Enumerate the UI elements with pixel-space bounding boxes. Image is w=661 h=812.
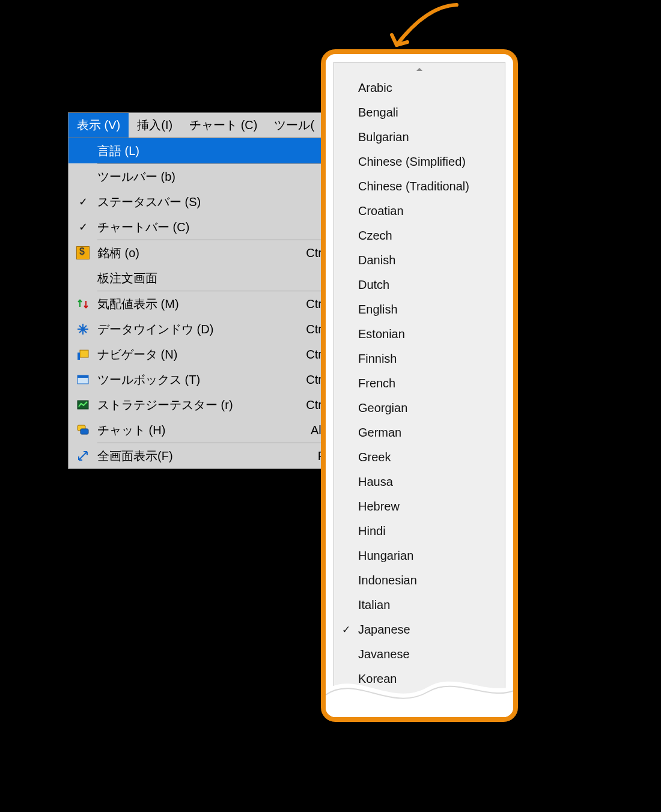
language-label: Estonian	[358, 327, 505, 341]
menu-item-label: ツールバー (b)	[97, 169, 332, 185]
checkmark-icon: ✓	[69, 220, 97, 234]
language-item[interactable]: Danish	[334, 248, 505, 273]
chat-icon	[69, 423, 97, 437]
fullscreen-icon	[69, 449, 97, 462]
dollar-icon	[69, 246, 97, 259]
language-label: Dutch	[358, 278, 505, 292]
menubar-label: チャート (C)	[189, 117, 257, 133]
svg-rect-0	[80, 350, 88, 357]
language-item[interactable]: Italian	[334, 593, 505, 617]
language-item[interactable]: Chinese (Traditional)	[334, 174, 505, 199]
menubar-item-chart[interactable]: チャート (C)	[181, 113, 266, 138]
toolbox-icon	[69, 373, 97, 386]
language-label: Indonesian	[358, 574, 505, 587]
language-label: Hindi	[358, 524, 505, 538]
language-label: Italian	[358, 598, 505, 612]
language-item[interactable]: German	[334, 420, 505, 445]
menubar: 表示 (V) 挿入(I) チャート (C) ツール(	[69, 113, 338, 138]
menu-item-label: チャートバー (C)	[97, 219, 332, 235]
menu-item-board-order[interactable]: 板注文画面	[69, 265, 338, 291]
language-item[interactable]: Indonesian	[334, 568, 505, 593]
menubar-label: 表示 (V)	[77, 117, 120, 133]
language-item[interactable]: French	[334, 371, 505, 396]
language-item[interactable]: Hebrew	[334, 494, 505, 519]
menu-item-label: 銘柄 (o)	[97, 245, 299, 261]
language-list: ArabicBengaliBulgarianChinese (Simplifie…	[334, 76, 505, 691]
menu-item-label: 気配値表示 (M)	[97, 296, 299, 312]
language-item[interactable]: ✓Japanese	[334, 617, 505, 642]
language-label: Chinese (Simplified)	[358, 155, 505, 169]
menu-item-label: データウインドウ (D)	[97, 321, 299, 338]
strategy-tester-icon	[69, 398, 97, 411]
menu-item-quotes[interactable]: 気配値表示 (M) Ctrl+	[69, 291, 338, 317]
menubar-item-tools[interactable]: ツール(	[266, 113, 323, 138]
menubar-label: ツール(	[274, 117, 314, 133]
menu-item-strategy-tester[interactable]: ストラテジーテスター (r) Ctrl+	[69, 392, 338, 417]
language-item[interactable]: Hausa	[334, 470, 505, 494]
language-label: German	[358, 426, 505, 440]
menubar-item-insert[interactable]: 挿入(I)	[129, 113, 181, 138]
language-item[interactable]: Greek	[334, 445, 505, 470]
menu-item-chartbar[interactable]: ✓ チャートバー (C)	[69, 214, 338, 240]
menu-item-label: 板注文画面	[97, 270, 332, 286]
menu-item-label: 言語 (L)	[97, 143, 332, 159]
menu-item-navigator[interactable]: ナビゲータ (N) Ctrl+	[69, 342, 338, 367]
language-label: Japanese	[358, 623, 505, 637]
menu-item-symbols[interactable]: 銘柄 (o) Ctrl+	[69, 240, 338, 265]
language-submenu-callout: ArabicBengaliBulgarianChinese (Simplifie…	[321, 49, 518, 722]
language-item[interactable]: Dutch	[334, 273, 505, 297]
language-label: French	[358, 377, 505, 390]
checkmark-icon: ✓	[334, 623, 358, 636]
callout-border: ArabicBengaliBulgarianChinese (Simplifie…	[321, 49, 518, 722]
data-window-icon	[69, 323, 97, 336]
language-item[interactable]: Estonian	[334, 322, 505, 347]
quotes-icon	[69, 297, 97, 311]
language-item[interactable]: Javanese	[334, 642, 505, 667]
language-item[interactable]: English	[334, 297, 505, 322]
menu-item-statusbar[interactable]: ✓ ステータスバー (S)	[69, 189, 338, 214]
svg-rect-6	[81, 429, 88, 434]
scroll-up-button[interactable]	[334, 62, 505, 76]
language-item[interactable]: Georgian	[334, 396, 505, 420]
language-label: Bengali	[358, 106, 505, 120]
menu-item-chat[interactable]: チャット (H) Alt+	[69, 417, 338, 443]
view-dropdown: 言語 (L) ツールバー (b) ✓ ステータスバー (S) ✓ チャートバー …	[69, 138, 338, 468]
menubar-item-view[interactable]: 表示 (V)	[69, 113, 129, 138]
language-label: Hausa	[358, 475, 505, 489]
checkmark-icon: ✓	[69, 195, 97, 208]
svg-rect-3	[78, 375, 88, 378]
language-label: Korean	[358, 672, 505, 686]
menu-item-fullscreen[interactable]: 全画面表示(F) F1	[69, 443, 338, 468]
menu-item-toolbar[interactable]: ツールバー (b)	[69, 164, 338, 189]
language-label: English	[358, 303, 505, 317]
language-item[interactable]: Croatian	[334, 199, 505, 223]
navigator-icon	[69, 348, 97, 361]
language-label: Hungarian	[358, 549, 505, 563]
language-submenu: ArabicBengaliBulgarianChinese (Simplifie…	[334, 62, 505, 709]
menu-item-toolbox[interactable]: ツールボックス (T) Ctrl+	[69, 367, 338, 392]
language-item[interactable]: Bulgarian	[334, 125, 505, 150]
language-item[interactable]: Hindi	[334, 519, 505, 544]
language-item[interactable]: Arabic	[334, 76, 505, 100]
menu-item-label: 全画面表示(F)	[97, 448, 311, 464]
language-label: Georgian	[358, 401, 505, 415]
language-item[interactable]: Hungarian	[334, 544, 505, 568]
menu-item-language[interactable]: 言語 (L)	[69, 138, 338, 163]
language-label: Arabic	[358, 81, 505, 95]
language-label: Chinese (Traditional)	[358, 180, 505, 193]
language-item[interactable]: Chinese (Simplified)	[334, 150, 505, 174]
language-item[interactable]: Korean	[334, 667, 505, 691]
language-label: Greek	[358, 450, 505, 464]
menu-item-label: ステータスバー (S)	[97, 194, 332, 210]
callout-arrow-icon	[385, 0, 463, 54]
language-label: Hebrew	[358, 500, 505, 514]
menu-item-data-window[interactable]: データウインドウ (D) Ctrl+	[69, 317, 338, 342]
language-item[interactable]: Czech	[334, 223, 505, 248]
language-label: Czech	[358, 229, 505, 243]
language-item[interactable]: Bengali	[334, 100, 505, 125]
language-label: Danish	[358, 253, 505, 267]
language-label: Bulgarian	[358, 130, 505, 144]
view-menu-window: 表示 (V) 挿入(I) チャート (C) ツール( 言語 (L) ツールバー …	[68, 112, 338, 469]
svg-rect-1	[78, 353, 80, 360]
language-item[interactable]: Finnish	[334, 347, 505, 371]
